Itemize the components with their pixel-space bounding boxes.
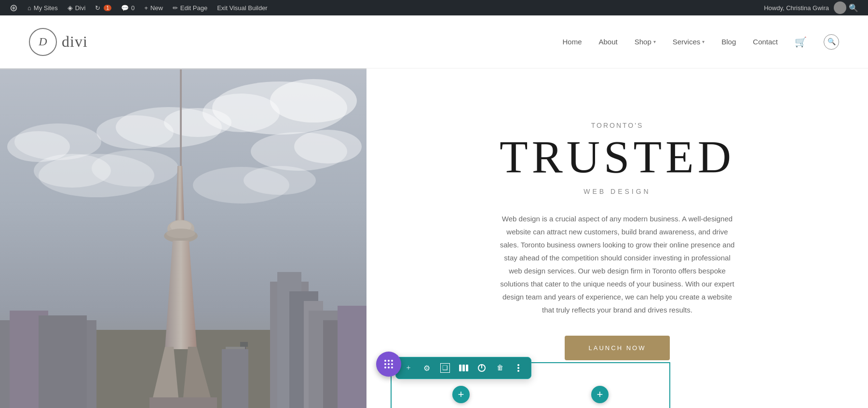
nav-shop-label: Shop bbox=[635, 38, 651, 46]
exit-builder-label: Exit Visual Builder bbox=[217, 4, 268, 12]
duplicate-icon: ❑ bbox=[440, 363, 450, 373]
vb-delete-button[interactable]: 🗑 bbox=[491, 359, 509, 377]
pencil-icon: ✏ bbox=[173, 4, 178, 12]
logo-circle: D bbox=[29, 28, 57, 56]
site-logo[interactable]: D divi bbox=[29, 28, 88, 56]
services-chevron-icon: ▾ bbox=[702, 39, 705, 44]
edit-page-button[interactable]: ✏ Edit Page bbox=[168, 0, 212, 15]
svg-point-5 bbox=[294, 130, 362, 163]
svg-point-13 bbox=[92, 150, 178, 187]
nav-about-label: About bbox=[598, 38, 617, 46]
search-button[interactable]: 🔍 bbox=[824, 34, 839, 50]
power-icon bbox=[478, 364, 486, 372]
nav-about[interactable]: About bbox=[598, 38, 617, 46]
svg-point-2 bbox=[270, 79, 357, 122]
plus-icon: + bbox=[144, 4, 148, 12]
updates-button[interactable]: ↻ 1 bbox=[90, 0, 116, 15]
svg-point-36 bbox=[166, 229, 195, 238]
exit-builder-button[interactable]: Exit Visual Builder bbox=[212, 0, 272, 15]
dots-grid-icon bbox=[384, 360, 393, 368]
svg-point-7 bbox=[96, 115, 174, 149]
logo-letter: D bbox=[39, 35, 47, 48]
cn-tower-svg bbox=[0, 68, 366, 408]
nav-services[interactable]: Services ▾ bbox=[673, 38, 705, 46]
hero-description: Web design is a crucial aspect of any mo… bbox=[497, 212, 738, 316]
nav-contact-label: Contact bbox=[753, 38, 778, 46]
vb-settings-button[interactable]: ⚙ bbox=[418, 359, 435, 377]
avatar[interactable] bbox=[834, 1, 846, 14]
vb-enable-button[interactable] bbox=[473, 359, 490, 377]
new-label: New bbox=[150, 4, 163, 12]
divi-menu[interactable]: ◈ Divi bbox=[63, 0, 91, 15]
search-icon[interactable]: 🔍 bbox=[849, 3, 858, 13]
columns-icon bbox=[459, 365, 468, 371]
add-column-left-button[interactable]: + bbox=[452, 386, 470, 403]
howdy-text: Howdy, Christina Gwira bbox=[764, 4, 829, 12]
vb-more-button[interactable] bbox=[510, 359, 527, 377]
my-sites-menu[interactable]: ⌂ My Sites bbox=[23, 0, 63, 15]
trusted-heading: TRUSTED bbox=[500, 134, 735, 180]
updates-count: 1 bbox=[104, 5, 111, 11]
svg-rect-29 bbox=[222, 349, 248, 408]
hero-background bbox=[0, 68, 366, 408]
nav-services-label: Services bbox=[673, 38, 701, 46]
cart-icon[interactable]: 🛒 bbox=[795, 36, 807, 48]
comments-count: 0 bbox=[131, 4, 135, 12]
wordpress-icon: ⊛ bbox=[10, 2, 18, 14]
svg-rect-31 bbox=[180, 69, 182, 166]
launch-now-button[interactable]: LAUNCH NOW bbox=[565, 336, 670, 360]
my-sites-label: My Sites bbox=[34, 4, 58, 12]
vb-toolbar: + ⚙ ❑ 🗑 bbox=[395, 357, 531, 379]
divi-label: Divi bbox=[75, 4, 86, 12]
comments-icon: 💬 bbox=[121, 4, 129, 12]
gear-icon: ⚙ bbox=[423, 364, 430, 373]
nav-home[interactable]: Home bbox=[562, 38, 582, 46]
web-design-label: WEB DESIGN bbox=[583, 188, 651, 195]
comments-button[interactable]: 💬 0 bbox=[116, 0, 139, 15]
vb-duplicate-button[interactable]: ❑ bbox=[436, 359, 454, 377]
nav-blog-label: Blog bbox=[721, 38, 736, 46]
vb-menu-circle[interactable] bbox=[376, 352, 401, 377]
svg-rect-40 bbox=[149, 397, 217, 408]
wp-admin-bar: ⊛ ⌂ My Sites ◈ Divi ↻ 1 💬 0 + New ✏ Edit… bbox=[0, 0, 868, 15]
trash-icon: 🗑 bbox=[497, 364, 503, 372]
svg-rect-30 bbox=[226, 347, 245, 349]
vb-purple-toggle[interactable] bbox=[376, 352, 401, 377]
svg-point-8 bbox=[164, 108, 231, 137]
logo-text: divi bbox=[62, 33, 88, 51]
svg-rect-28 bbox=[240, 342, 248, 347]
edit-page-label: Edit Page bbox=[180, 4, 207, 12]
hero-image-section bbox=[0, 68, 366, 408]
divi-icon: ◈ bbox=[68, 4, 73, 12]
nav-home-label: Home bbox=[562, 38, 582, 46]
add-column-right-button[interactable]: + bbox=[591, 386, 609, 403]
admin-bar-right: Howdy, Christina Gwira 🔍 bbox=[764, 1, 863, 14]
site-header: D divi Home About Shop ▾ Services ▾ Blog… bbox=[0, 15, 868, 68]
updates-icon: ↻ bbox=[95, 4, 100, 12]
my-sites-icon: ⌂ bbox=[27, 4, 31, 12]
vb-columns-button[interactable] bbox=[455, 359, 472, 377]
wp-logo-button[interactable]: ⊛ bbox=[5, 0, 23, 15]
svg-rect-23 bbox=[338, 306, 366, 408]
ellipsis-icon bbox=[517, 364, 519, 372]
search-icon: 🔍 bbox=[827, 38, 836, 46]
nav-blog[interactable]: Blog bbox=[721, 38, 736, 46]
nav-contact[interactable]: Contact bbox=[753, 38, 778, 46]
svg-rect-26 bbox=[39, 315, 87, 408]
vb-add-button[interactable]: + bbox=[400, 359, 417, 377]
new-content-button[interactable]: + New bbox=[139, 0, 168, 15]
shop-chevron-icon: ▾ bbox=[653, 39, 656, 44]
plus-icon: + bbox=[406, 364, 410, 372]
nav-shop[interactable]: Shop ▾ bbox=[635, 38, 656, 46]
main-nav: Home About Shop ▾ Services ▾ Blog Contac… bbox=[562, 34, 839, 50]
torontos-label: TORONTO'S bbox=[591, 122, 644, 129]
svg-point-15 bbox=[244, 166, 316, 195]
